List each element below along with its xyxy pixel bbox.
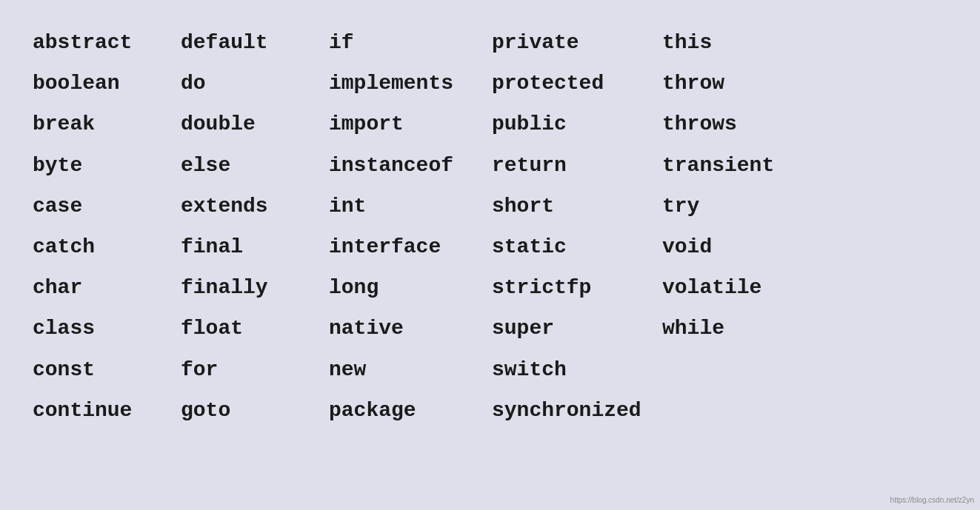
keyword-cell <box>659 390 807 431</box>
keyword-cell: final <box>178 227 326 267</box>
keyword-cell: try <box>659 186 807 227</box>
keyword-cell: default <box>178 22 326 63</box>
keyword-cell: byte <box>30 145 178 186</box>
keyword-cell: return <box>489 145 659 186</box>
keyword-cell: catch <box>30 227 178 267</box>
keyword-cell: goto <box>178 390 326 431</box>
keyword-cell: abstract <box>30 22 178 63</box>
keyword-cell: synchronized <box>489 390 659 431</box>
keyword-cell: volatile <box>659 267 807 308</box>
keyword-cell: boolean <box>30 63 178 104</box>
keyword-cell: super <box>489 308 659 349</box>
keyword-cell: break <box>30 104 178 144</box>
keyword-cell: void <box>659 227 807 267</box>
keyword-cell: const <box>30 349 178 390</box>
keyword-cell: else <box>178 145 326 186</box>
keyword-cell: long <box>326 267 489 308</box>
keyword-cell: if <box>326 22 489 63</box>
keyword-cell: char <box>30 267 178 308</box>
keyword-cell: interface <box>326 227 489 267</box>
keyword-cell: continue <box>30 390 178 431</box>
keyword-cell: this <box>659 22 807 63</box>
keyword-grid: abstractdefaultifprivatethisbooleandoimp… <box>0 0 980 510</box>
keyword-cell: import <box>326 104 489 144</box>
keyword-cell: instanceof <box>326 145 489 186</box>
keyword-cell: finally <box>178 267 326 308</box>
keyword-cell: do <box>178 63 326 104</box>
keyword-cell: switch <box>489 349 659 390</box>
keyword-cell: protected <box>489 63 659 104</box>
keyword-cell: for <box>178 349 326 390</box>
keyword-cell: float <box>178 308 326 349</box>
keyword-cell: double <box>178 104 326 144</box>
keyword-cell: extends <box>178 186 326 227</box>
keyword-cell: while <box>659 308 807 349</box>
keyword-cell: int <box>326 186 489 227</box>
watermark: https://blog.csdn.net/z2yn <box>890 496 974 504</box>
keyword-cell: class <box>30 308 178 349</box>
keyword-cell <box>659 349 807 390</box>
keyword-cell: native <box>326 308 489 349</box>
keyword-cell: public <box>489 104 659 144</box>
keyword-cell: package <box>326 390 489 431</box>
keyword-cell: case <box>30 186 178 227</box>
keyword-cell: transient <box>659 145 807 186</box>
keyword-cell: throw <box>659 63 807 104</box>
keyword-cell: new <box>326 349 489 390</box>
keyword-cell: short <box>489 186 659 227</box>
keyword-cell: throws <box>659 104 807 144</box>
keyword-cell: strictfp <box>489 267 659 308</box>
keyword-cell: private <box>489 22 659 63</box>
keyword-cell: implements <box>326 63 489 104</box>
keyword-cell: static <box>489 227 659 267</box>
